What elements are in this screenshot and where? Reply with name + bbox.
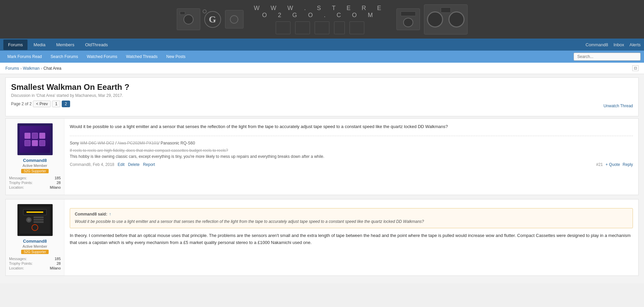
post-2-messages-value: 185	[55, 257, 61, 261]
post-1-signature: Sony WM-D6C WM-DC2 / Aiwa PC202MII PX101…	[70, 140, 633, 160]
post-1-username[interactable]: Command8	[23, 158, 47, 163]
post-1-quote-link[interactable]: + Quote	[605, 162, 620, 167]
breadcrumb-sep-1: ›	[20, 66, 22, 70]
post-1-divider	[70, 136, 633, 136]
breadcrumb-sep-2: ›	[41, 66, 42, 70]
nav-item-media[interactable]: Media	[29, 40, 50, 50]
site-title: W W W . S T E R E O 2 G O . C O M	[250, 5, 390, 19]
sig-text: This hobby is like owning classic cars, …	[70, 154, 633, 160]
breadcrumb: Forums › Walkman › Chat Area ⊡	[0, 63, 644, 74]
breadcrumb-expand-button[interactable]: ⊡	[632, 65, 639, 71]
breadcrumb-forums[interactable]: Forums	[5, 66, 19, 71]
post-1-delete-link[interactable]: Delete	[128, 162, 140, 167]
nav-bar: Forums Media Members OldThreads Command8…	[0, 39, 644, 51]
post-2-sidebar: Command8 Active Member S2G Supporter Mes…	[6, 199, 64, 275]
post-1: Command8 Active Member S2G Supporter Mes…	[5, 118, 639, 195]
post-1-meta-left: Command8, Feb 4, 2018 Edit Delete Report	[70, 162, 155, 167]
quote-header: Command8 said: ↑	[75, 212, 628, 217]
page-1-button[interactable]: 1	[52, 101, 60, 107]
post-1-sidebar: Command8 Active Member S2G Supporter Mes…	[6, 119, 64, 195]
post-2-user-badge: S2G Supporter	[21, 250, 49, 254]
post-2-location-label: Location:	[9, 266, 24, 270]
nav-inbox[interactable]: Inbox	[613, 42, 624, 47]
trophy-label: Trophy Points:	[9, 181, 33, 185]
post-1-reply-link[interactable]: Reply	[623, 162, 633, 167]
nav-right: Command8 Inbox Alerts	[586, 42, 641, 47]
post-2-body: Command8 said: ↑ Would it be possible to…	[64, 199, 638, 275]
quote-content: Would it be possible to use a light emit…	[75, 219, 628, 225]
search-input[interactable]	[574, 53, 641, 61]
post-2: Command8 Active Member S2G Supporter Mes…	[5, 199, 639, 276]
quote-block: Command8 said: ↑ Would it be possible to…	[70, 208, 633, 228]
trophy-value: 28	[57, 181, 61, 185]
post-1-body: Would it be possible to use a light emit…	[64, 119, 638, 195]
pagination: Page 2 of 2 < Prev 1 2	[11, 101, 70, 107]
sig-devices-text: Sony WM-D6C WM-DC2 / Aiwa PC202MII PX101…	[70, 141, 195, 145]
post-1-meta-right: #21 + Quote Reply	[596, 162, 633, 167]
sub-nav-left: Mark Forums Read Search Forums Watched F…	[3, 52, 190, 62]
nav-item-forums[interactable]: Forums	[3, 40, 28, 50]
post-2-user-stats: Messages: 185 Trophy Points: 28 Location…	[9, 257, 61, 271]
thread-meta: Discussion in 'Chat Area' started by Mac…	[11, 93, 633, 98]
post-1-edit-link[interactable]: Edit	[118, 162, 125, 167]
post-1-report-link[interactable]: Report	[143, 162, 155, 167]
messages-value: 185	[55, 176, 61, 180]
location-value: Milano	[50, 185, 61, 189]
post-2-location-value: Milano	[50, 266, 61, 270]
sig-strikethrough: If reels to reels are high fidelity, doe…	[70, 147, 633, 154]
subnav-watched-threads[interactable]: Watched Threads	[122, 52, 162, 62]
post-1-user-role: Active Member	[22, 164, 47, 168]
post-2-user-role: Active Member	[22, 244, 47, 248]
thread-title: Smallest Walkman On Eearth ?	[11, 82, 633, 92]
subnav-new-posts[interactable]: New Posts	[162, 52, 190, 62]
post-1-footer: Command8, Feb 4, 2018 Edit Delete Report…	[70, 162, 633, 167]
prev-page-button[interactable]: < Prev	[33, 101, 51, 107]
sig-devices: Sony WM-D6C WM-DC2 / Aiwa PC202MII PX101…	[70, 140, 633, 146]
nav-left: Forums Media Members OldThreads	[3, 40, 113, 50]
post-1-date: Command8, Feb 4, 2018	[70, 162, 114, 167]
page-2-button[interactable]: 2	[62, 101, 70, 107]
quote-attribution: Command8 said:	[75, 212, 107, 217]
subnav-search-forums[interactable]: Search Forums	[47, 52, 82, 62]
breadcrumb-walkman[interactable]: Walkman	[23, 66, 40, 71]
post-1-avatar	[17, 123, 53, 155]
post-1-content: Would it be possible to use a light emit…	[70, 123, 633, 130]
post-2-avatar	[17, 204, 53, 236]
thread-header: Smallest Walkman On Eearth ? Discussion …	[5, 77, 639, 116]
nav-item-oldthreads[interactable]: OldThreads	[80, 40, 113, 50]
post-1-number: #21	[596, 162, 603, 167]
page-info: Page 2 of 2	[11, 102, 32, 106]
subnav-mark-forums-read[interactable]: Mark Forums Read	[3, 52, 46, 62]
nav-alerts[interactable]: Alerts	[630, 42, 641, 47]
page-content: Smallest Walkman On Eearth ? Discussion …	[0, 74, 644, 283]
nav-item-members[interactable]: Members	[51, 40, 79, 50]
subnav-watched-forums[interactable]: Watched Forums	[83, 52, 121, 62]
breadcrumb-chat-area: Chat Area	[44, 66, 61, 71]
location-label: Location:	[9, 185, 24, 189]
quote-arrow[interactable]: ↑	[109, 212, 111, 217]
messages-label: Messages:	[9, 176, 27, 180]
unwatch-thread-link[interactable]: Unwatch Thread	[603, 104, 633, 108]
post-1-user-badge: S2G Supporter	[21, 169, 49, 173]
sub-nav: Mark Forums Read Search Forums Watched F…	[0, 51, 644, 63]
post-2-username[interactable]: Command8	[23, 239, 47, 244]
post-1-user-stats: Messages: 185 Trophy Points: 28 Location…	[9, 176, 61, 190]
post-2-trophy-label: Trophy Points:	[9, 261, 33, 265]
search-box	[574, 53, 641, 61]
site-header: G W W W . S T E R E O 2 G O . C O M	[0, 0, 644, 39]
nav-username[interactable]: Command8	[586, 42, 608, 47]
post-2-messages-label: Messages:	[9, 257, 27, 261]
post-2-content: In theory. I commented before that an op…	[70, 232, 633, 246]
post-2-trophy-value: 28	[57, 261, 61, 265]
